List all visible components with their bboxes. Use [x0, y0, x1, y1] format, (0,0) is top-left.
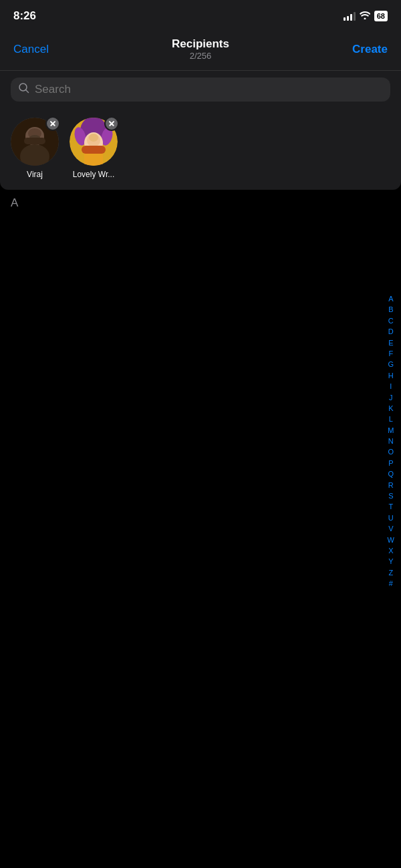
alpha-c[interactable]: C — [386, 316, 396, 326]
wifi-icon — [360, 11, 370, 21]
signal-icon — [344, 11, 356, 21]
search-bar[interactable] — [11, 78, 390, 102]
battery-icon: 68 — [374, 11, 388, 21]
alpha-x[interactable]: X — [386, 546, 396, 556]
alpha-y[interactable]: Y — [386, 557, 396, 567]
alpha-e[interactable]: E — [386, 338, 396, 348]
alpha-r[interactable]: R — [386, 480, 396, 490]
svg-point-14 — [89, 134, 98, 142]
svg-line-1 — [26, 90, 29, 93]
alpha-v[interactable]: V — [386, 524, 396, 534]
alpha-l[interactable]: L — [386, 414, 396, 424]
remove-viraj-button[interactable] — [45, 116, 60, 131]
selected-list: Viraj — [11, 118, 390, 179]
contact-list-area — [0, 212, 401, 680]
alpha-index: A B C D E F G H I J K L M N O P Q R S T … — [385, 294, 397, 589]
svg-rect-16 — [82, 146, 106, 154]
alpha-w[interactable]: W — [385, 535, 397, 545]
svg-rect-7 — [24, 138, 45, 144]
alpha-h[interactable]: H — [386, 371, 396, 381]
alpha-b[interactable]: B — [386, 305, 396, 315]
alpha-q[interactable]: Q — [386, 469, 397, 479]
avatar-wrapper-viraj — [11, 118, 59, 166]
nav-bar: Cancel Recipients 2/256 Create — [0, 29, 401, 71]
avatar-wrapper-lovely — [70, 118, 118, 166]
list-item: Lovely Wr... — [70, 118, 118, 179]
cancel-button[interactable]: Cancel — [13, 43, 49, 56]
alpha-p[interactable]: P — [386, 458, 396, 468]
alpha-f[interactable]: F — [386, 349, 396, 359]
battery-level: 68 — [377, 12, 385, 20]
alpha-n[interactable]: N — [386, 436, 396, 446]
recipient-name: Viraj — [27, 170, 43, 179]
alpha-a[interactable]: A — [386, 294, 396, 304]
nav-title-group: Recipients 2/256 — [172, 37, 229, 61]
remove-lovely-button[interactable] — [104, 116, 119, 131]
alpha-z[interactable]: Z — [386, 568, 396, 578]
alpha-u[interactable]: U — [386, 513, 396, 523]
status-icons: 68 — [344, 11, 388, 21]
alpha-i[interactable]: I — [387, 382, 394, 392]
alpha-j[interactable]: J — [386, 393, 396, 403]
section-letter: A — [11, 196, 18, 209]
search-icon — [19, 83, 29, 96]
status-bar: 8:26 68 — [0, 0, 401, 29]
alpha-k[interactable]: K — [386, 404, 396, 414]
alpha-m[interactable]: M — [385, 426, 396, 436]
list-item: Viraj — [11, 118, 59, 179]
recipient-count: 2/256 — [172, 51, 229, 61]
alpha-hash[interactable]: # — [386, 579, 396, 589]
alpha-o[interactable]: O — [386, 447, 397, 457]
recipient-name: Lovely Wr... — [73, 170, 114, 179]
alpha-g[interactable]: G — [386, 359, 397, 370]
section-header-a: A — [0, 191, 401, 212]
status-time: 8:26 — [13, 9, 36, 23]
alpha-t[interactable]: T — [386, 502, 396, 512]
page-title: Recipients — [172, 37, 229, 51]
create-button[interactable]: Create — [352, 43, 388, 56]
search-input[interactable] — [35, 83, 382, 96]
search-container — [0, 71, 401, 110]
alpha-d[interactable]: D — [386, 327, 396, 337]
alpha-s[interactable]: S — [386, 491, 396, 501]
selected-recipients-container: Viraj — [0, 110, 401, 190]
